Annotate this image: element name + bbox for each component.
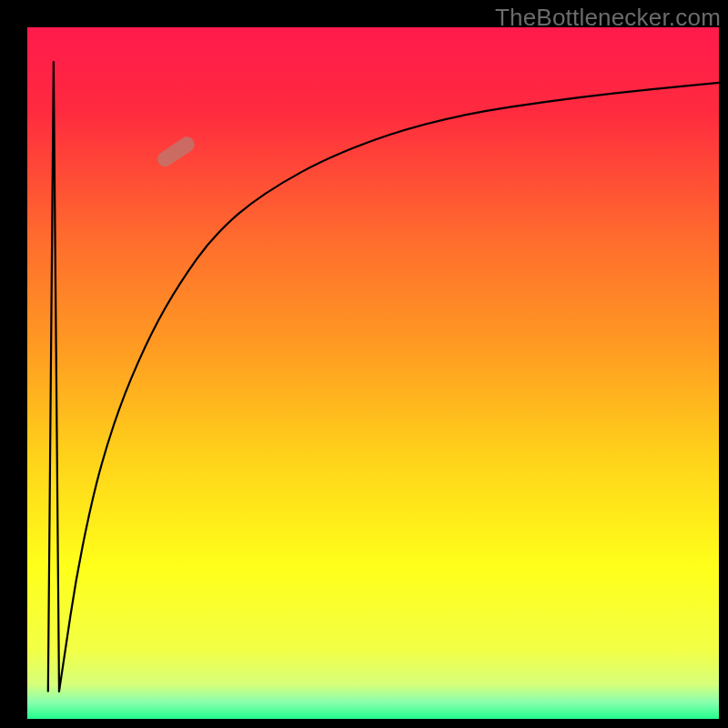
chart-svg (27, 27, 719, 719)
plot-area (27, 27, 719, 719)
gradient-background (27, 27, 719, 719)
chart-container: TheBottlenecker.com (0, 0, 728, 728)
